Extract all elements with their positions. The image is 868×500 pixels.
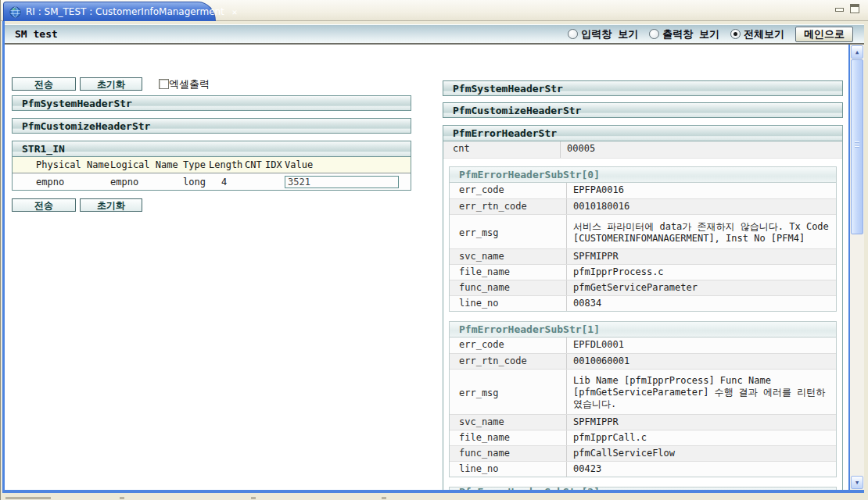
radio-output-view-circle[interactable] bbox=[649, 29, 659, 39]
cell-type: long bbox=[183, 177, 209, 188]
radio-output-view[interactable]: 출력창 보기 bbox=[649, 27, 719, 41]
input-panel: 전송 초기화 엑셀출력 PfmSystemHeaderStr PfmCustom… bbox=[12, 77, 411, 212]
reset-button-bottom[interactable]: 초기화 bbox=[80, 198, 142, 212]
pfm-error-header-section: PfmErrorHeaderStr cnt 00005 PfmErrorHead… bbox=[443, 125, 843, 490]
pfm-customize-header-right[interactable]: PfmCustomizeHeaderStr bbox=[443, 102, 843, 118]
send-button-bottom[interactable]: 전송 bbox=[12, 198, 76, 212]
field-row: func_name pfmCallServiceFlow bbox=[450, 445, 836, 461]
col-idx: IDX bbox=[265, 159, 285, 170]
col-cnt: CNT bbox=[245, 159, 265, 170]
col-length: Length bbox=[209, 159, 245, 170]
main-content: 전송 초기화 엑셀출력 PfmSystemHeaderStr PfmCustom… bbox=[5, 45, 848, 490]
bottom-strip bbox=[1, 493, 868, 500]
pfm-system-header-left[interactable]: PfmSystemHeaderStr bbox=[12, 95, 411, 111]
col-physical-name: Physical Name bbox=[36, 159, 110, 170]
field-row: svc_name SPFMIPPR bbox=[450, 414, 836, 430]
field-row: err_rtn_code 0010180016 bbox=[450, 198, 836, 214]
cell-length: 4 bbox=[209, 177, 245, 188]
minimize-icon[interactable] bbox=[835, 8, 844, 12]
error-substr-0: PfmErrorHeaderSubStr[0] err_code EPFPA00… bbox=[449, 166, 837, 312]
field-row: svc_name SPFMIPPR bbox=[450, 248, 836, 264]
field-row: file_name pfmIpprProcess.c bbox=[450, 264, 836, 280]
pfm-system-header-right[interactable]: PfmSystemHeaderStr bbox=[443, 80, 843, 96]
field-row: err_msg Lib Name [pfmIpprProcess] Func N… bbox=[450, 369, 836, 414]
send-button-top[interactable]: 전송 bbox=[12, 77, 76, 91]
field-row: line_no 00423 bbox=[450, 461, 836, 477]
app-window: RI : SM_TEST : CustomerInfoManagerment ✕… bbox=[0, 0, 868, 500]
cnt-label: cnt bbox=[443, 141, 561, 158]
radio-input-view[interactable]: 입력창 보기 bbox=[568, 27, 638, 41]
output-panel: PfmSystemHeaderStr PfmCustomizeHeaderStr… bbox=[443, 80, 843, 490]
field-row: err_rtn_code 0010060001 bbox=[450, 353, 836, 369]
view-frame: SM test 입력창 보기 출력창 보기 전체보기 메인으로 bbox=[2, 21, 864, 493]
go-main-button[interactable]: 메인으로 bbox=[795, 27, 853, 42]
view-header: SM test 입력창 보기 출력창 보기 전체보기 메인으로 bbox=[5, 24, 864, 45]
error-substr-1-title[interactable]: PfmErrorHeaderSubStr[1] bbox=[450, 322, 836, 338]
error-substr-1: PfmErrorHeaderSubStr[1] err_code EPFDL00… bbox=[449, 321, 837, 477]
radio-all-view[interactable]: 전체보기 bbox=[730, 27, 784, 41]
pfm-error-header-title[interactable]: PfmErrorHeaderStr bbox=[443, 126, 842, 141]
field-row: err_code EPFPA0016 bbox=[450, 183, 836, 198]
table-row: empno empno long 4 bbox=[13, 173, 411, 190]
pfm-customize-header-left[interactable]: PfmCustomizeHeaderStr bbox=[12, 118, 411, 134]
page-title: SM test bbox=[15, 28, 58, 40]
globe-icon bbox=[9, 6, 21, 18]
col-logical-name: Logical Name bbox=[110, 159, 183, 170]
scroll-down-icon[interactable]: ▼ bbox=[851, 476, 863, 489]
vertical-scrollbar[interactable]: ▲ ▼ bbox=[848, 45, 864, 490]
scrollbar-thumb[interactable] bbox=[851, 59, 863, 234]
col-value: Value bbox=[285, 159, 404, 170]
cell-logical-name: empno bbox=[110, 177, 183, 188]
tab-title: RI : SM_TEST : CustomerInfoManagerment bbox=[26, 6, 224, 17]
radio-all-view-circle[interactable] bbox=[730, 29, 741, 39]
maximize-icon[interactable] bbox=[850, 4, 859, 13]
field-row: line_no 00834 bbox=[450, 295, 836, 311]
scroll-up-icon[interactable]: ▲ bbox=[851, 45, 863, 59]
editor-tab-bar: RI : SM_TEST : CustomerInfoManagerment ✕ bbox=[1, 0, 868, 21]
str1-in-section: STR1_IN Physical Name Logical Name Type … bbox=[12, 141, 411, 191]
error-substr-2: PfmErrorHeaderSubStr[2] bbox=[449, 487, 837, 490]
error-substr-2-title[interactable]: PfmErrorHeaderSubStr[2] bbox=[450, 488, 836, 490]
str1-in-column-headers: Physical Name Logical Name Type Length C… bbox=[13, 157, 411, 173]
str1-in-title[interactable]: STR1_IN bbox=[13, 141, 411, 157]
cnt-row: cnt 00005 bbox=[443, 141, 842, 159]
excel-output-checkbox[interactable] bbox=[159, 79, 169, 89]
tab-customer-info-management[interactable]: RI : SM_TEST : CustomerInfoManagerment ✕ bbox=[3, 2, 216, 21]
cnt-value: 00005 bbox=[561, 141, 842, 158]
cell-physical-name: empno bbox=[36, 177, 110, 188]
col-type: Type bbox=[183, 159, 209, 170]
field-row: err_msg 서비스 파라미터에 data가 존재하지 않습니다. Tx Co… bbox=[450, 214, 836, 248]
field-row: file_name pfmIpprCall.c bbox=[450, 430, 836, 445]
error-substr-0-title[interactable]: PfmErrorHeaderSubStr[0] bbox=[450, 167, 836, 183]
tab-close-icon[interactable]: ✕ bbox=[232, 7, 238, 17]
radio-input-view-circle[interactable] bbox=[568, 29, 578, 39]
field-row: err_code EPFDL0001 bbox=[450, 338, 836, 353]
reset-button-top[interactable]: 초기화 bbox=[80, 77, 142, 91]
field-row: func_name pfmGetServiceParameter bbox=[450, 280, 836, 295]
empno-value-input[interactable] bbox=[285, 176, 399, 188]
excel-output-label: 엑셀출력 bbox=[169, 77, 210, 91]
